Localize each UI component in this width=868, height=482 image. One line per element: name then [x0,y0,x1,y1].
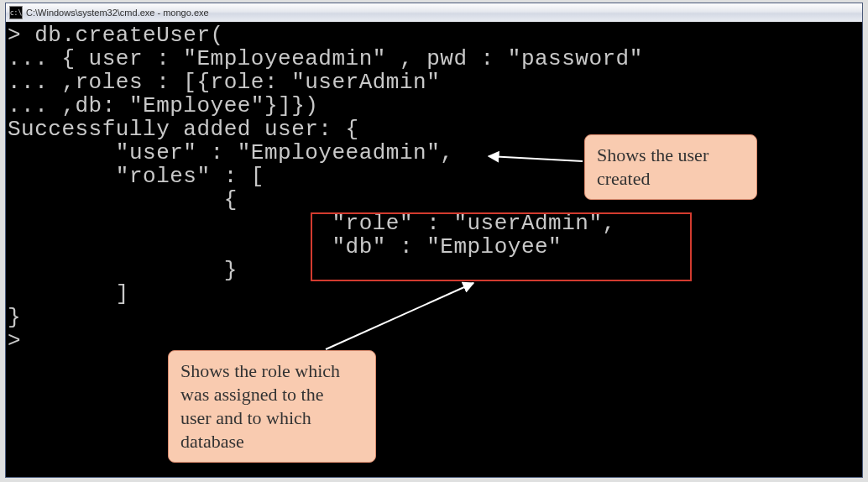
user-created-callout: Shows the user created [584,134,757,200]
term-line: { [8,187,238,212]
window-title: C:\Windows\system32\cmd.exe - mongo.exe [26,8,209,18]
term-line: "user" : "Employeeadmin", [8,140,453,165]
term-line: "roles" : [ [8,164,264,189]
cmd-icon: c:\ [9,6,23,19]
term-line: ... ,roles : [{role: "userAdmin" [8,70,440,95]
role-highlight-box [311,212,692,281]
title-bar[interactable]: c:\ C:\Windows\system32\cmd.exe - mongo.… [6,3,862,23]
term-line: ... { user : "Employeeadmin" , pwd : "pa… [8,46,643,71]
term-line: } [8,258,238,283]
term-line: ] [8,281,129,306]
term-line: > [8,328,21,354]
role-assigned-callout: Shows the role which was assigned to the… [168,350,376,463]
term-line: ... ,db: "Employee"}]}) [8,93,318,118]
term-line: } [8,305,21,330]
term-line: > db.createUser( [8,23,224,48]
term-line: Successfully added user: { [8,117,359,142]
